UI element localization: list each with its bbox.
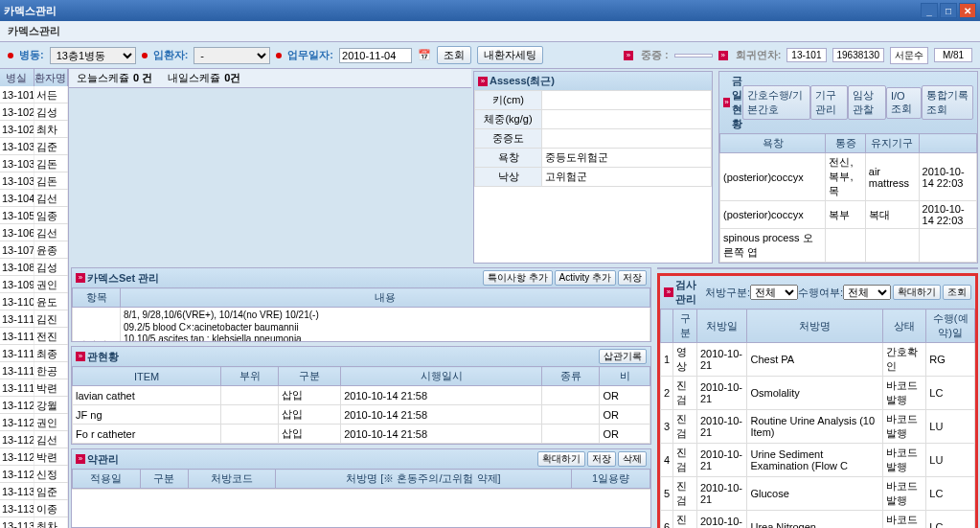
tab-nursing[interactable]: 간호수행/기본간호 <box>742 85 810 120</box>
exam-row[interactable]: 5진검2010-10-21Glucose바코드발행LC <box>661 477 975 511</box>
patient-row[interactable]: 13-111전진 <box>0 328 68 345</box>
today-count: 0 건 <box>133 71 152 85</box>
workdate-label: 업무일자: <box>287 48 333 62</box>
col-content: 내용 <box>121 288 650 308</box>
btn-search[interactable]: 조회 <box>943 285 971 300</box>
tomorrow-count: 0건 <box>224 71 240 85</box>
inpatient-select[interactable]: - <box>194 47 270 64</box>
page-title: 카덱스관리 <box>0 21 980 42</box>
cardex-set-title: 카덱스Set 관리 <box>87 271 481 286</box>
expand-icon[interactable]: » <box>624 51 633 60</box>
patient-row[interactable]: 13-108김성 <box>0 259 68 276</box>
close-button[interactable]: ✕ <box>959 3 976 18</box>
patient-row[interactable]: 13-111박련 <box>0 379 68 397</box>
patient-row[interactable]: 13-112박련 <box>0 448 68 466</box>
current-title: 금일현황 <box>732 74 742 131</box>
expand-icon[interactable]: » <box>478 77 488 86</box>
search-button[interactable]: 조회 <box>437 46 471 64</box>
ward-label: 병동: <box>19 48 44 62</box>
inpatient-setting-button[interactable]: 내환자세팅 <box>477 46 543 64</box>
patient-list-body: 13-101서든13-102김성13-102최차13-103김준13-103김돈… <box>0 86 68 528</box>
schedule-bar: 오늘스케쥴0 건 내일스케쥴0건 <box>69 69 471 88</box>
receipt-label: 수행여부: <box>798 286 843 300</box>
patient-row[interactable]: 13-105임종 <box>0 207 68 224</box>
patient-row[interactable]: 13-103김돈 <box>0 172 68 190</box>
col-item: 항목 <box>73 288 121 308</box>
expand-icon[interactable]: » <box>76 352 85 361</box>
patient-row[interactable]: 13-102김성 <box>0 103 68 121</box>
patient-row[interactable]: 13-107윤종 <box>0 241 68 259</box>
patient-row[interactable]: 13-112신정 <box>0 466 68 483</box>
expand-icon[interactable]: » <box>723 98 730 107</box>
left-head-room: 병실 <box>0 69 34 86</box>
window-titlebar: 카덱스관리 _ □ ✕ <box>0 0 980 21</box>
inpatient-label: 입환자: <box>153 48 189 62</box>
main-toolbar: 병동: 13층1병동 입환자: - 업무일자: 📅 조회 내환자세팅 » 중증 … <box>0 42 980 69</box>
patient-row[interactable]: 13-113최차 <box>0 517 68 528</box>
ward-select[interactable]: 13층1병동 <box>50 47 136 64</box>
exam-row[interactable]: 6진검2010-10-21Urea Nitrogen바코드발행LC <box>661 511 975 529</box>
btn-save[interactable]: 저장 <box>587 451 616 467</box>
today-schedule-label: 오늘스케쥴 <box>77 71 129 85</box>
exam-panel: » 검사관리 처방구분: 전체 수행여부: 전체 확대하기 조회 구분처방일처방… <box>657 273 978 528</box>
assess-title: Assess(최근) <box>490 74 708 88</box>
tube-panel: »관현황삽관기록 ITEM부위구분시행일시종류비lavian cathet삽입2… <box>71 346 651 445</box>
patient-row[interactable]: 13-102최차 <box>0 121 68 138</box>
tab-device[interactable]: 기구관리 <box>810 85 849 120</box>
patient-row[interactable]: 13-111김진 <box>0 310 68 328</box>
receipt-select[interactable]: 전체 <box>843 285 891 300</box>
dot-icon <box>142 53 148 58</box>
btn-save[interactable]: 저장 <box>618 270 647 286</box>
exam-row[interactable]: 4진검2010-10-21Urine Sediment Examination … <box>661 444 975 477</box>
drug-title: 약관리 <box>87 452 536 467</box>
expand-icon[interactable]: » <box>76 273 85 283</box>
pres-type-label: 처방구분: <box>705 286 750 300</box>
pres-type-select[interactable]: 전체 <box>750 285 798 300</box>
window-title: 카덱스관리 <box>4 4 921 18</box>
current-status-panel: »금일현황 간호수행/기본간호 기구관리 임상관찰 I/O 조회 통합기록조회 … <box>718 71 978 264</box>
tab-integrated[interactable]: 통합기록조회 <box>922 85 973 120</box>
btn-expand[interactable]: 확대하기 <box>893 285 941 300</box>
left-head-name: 환자명 <box>34 69 69 86</box>
patient-row[interactable]: 13-109권인 <box>0 276 68 293</box>
patient-row[interactable]: 13-111한공 <box>0 362 68 379</box>
patient-row[interactable]: 13-112강월 <box>0 397 68 414</box>
patient-no: 19638130 <box>832 48 885 62</box>
patient-row[interactable]: 13-111최종 <box>0 345 68 362</box>
cardex-set-panel: » 카덱스Set 관리 특이사항 추가 Activity 추가 저장 항목내용 … <box>71 267 651 342</box>
expand-icon[interactable]: » <box>718 51 728 60</box>
memo-panel: »메모 Consult » 11 / 10 건 지시처방 행추가 행삭제 저장 … <box>657 267 978 269</box>
drug-panel: »약관리 확대하기 저장 삭제 적용일구분처방코드처방명 [※ 혼동주의/고위험… <box>71 448 651 528</box>
btn-tube-record[interactable]: 삽관기록 <box>599 349 647 364</box>
room-value: 13-101 <box>786 48 826 62</box>
assess-panel: »Assess(최근) 키(cm)체중(kg/g)중증도욕창중등도위험군낙상고위… <box>473 71 713 264</box>
calendar-icon[interactable]: 📅 <box>418 49 431 61</box>
patient-row[interactable]: 13-110윤도 <box>0 293 68 310</box>
severity-value <box>674 54 713 57</box>
exam-row[interactable]: 2진검2010-10-21Osmolality바코드발행LC <box>661 377 975 410</box>
btn-activity-add[interactable]: Activity 추가 <box>555 270 616 286</box>
expand-icon[interactable]: » <box>664 287 673 297</box>
patient-row[interactable]: 13-112김선 <box>0 431 68 448</box>
workdate-input[interactable] <box>339 48 412 63</box>
patient-row[interactable]: 13-113이종 <box>0 500 68 517</box>
patient-row[interactable]: 13-104김선 <box>0 190 68 207</box>
minimize-button[interactable]: _ <box>921 3 938 18</box>
expand-icon[interactable]: » <box>76 454 85 464</box>
exam-row[interactable]: 3진검2010-10-21Routine Urine Analysis (10 … <box>661 410 975 444</box>
btn-delete[interactable]: 삭제 <box>618 451 647 467</box>
dot-icon <box>8 53 13 58</box>
patient-row[interactable]: 13-106김선 <box>0 224 68 241</box>
btn-special-add[interactable]: 특이사항 추가 <box>483 270 553 286</box>
patient-row[interactable]: 13-103김돈 <box>0 155 68 172</box>
tab-io[interactable]: I/O 조회 <box>886 87 922 119</box>
patient-row[interactable]: 13-113임준 <box>0 483 68 500</box>
patient-row[interactable]: 13-101서든 <box>0 86 68 103</box>
patient-row[interactable]: 13-103김준 <box>0 138 68 155</box>
maximize-button[interactable]: □ <box>940 3 957 18</box>
tomorrow-schedule-label: 내일스케쥴 <box>168 71 220 85</box>
exam-row[interactable]: 1영상2010-10-21Chest PA간호확인RG <box>661 343 975 377</box>
tab-clinical[interactable]: 임상관찰 <box>848 85 886 120</box>
patient-row[interactable]: 13-112권인 <box>0 414 68 431</box>
btn-expand[interactable]: 확대하기 <box>537 451 585 467</box>
